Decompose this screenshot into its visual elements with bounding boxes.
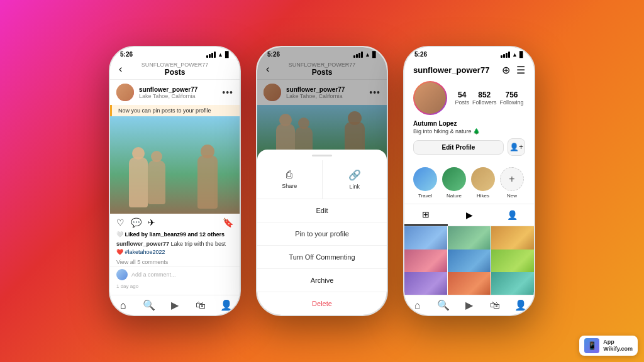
highlight-circle-nature bbox=[442, 167, 466, 191]
archive-menu-item[interactable]: Archive bbox=[257, 269, 387, 292]
highlight-nature[interactable]: Nature bbox=[442, 167, 466, 199]
three-dots-1[interactable]: ••• bbox=[222, 87, 233, 97]
signal-bar-3-4 bbox=[508, 52, 510, 58]
phone-1: 5:26 ▲ ▊ ‹ SUNFLOWER_POWER77 P bbox=[109, 46, 241, 316]
stat-followers[interactable]: 852 Followers bbox=[472, 90, 497, 106]
highlight-hikes[interactable]: Hikes bbox=[471, 167, 495, 199]
signal-bar-3-3 bbox=[506, 53, 508, 58]
status-bar-3: 5:26 ▲ ▊ bbox=[404, 47, 534, 59]
person-1 bbox=[129, 157, 148, 207]
share-action-label: Share bbox=[282, 183, 297, 189]
add-person-button[interactable]: 👤+ bbox=[508, 138, 525, 156]
watermark-line2: Wikify.com bbox=[603, 346, 633, 352]
battery-icon-1: ▊ bbox=[225, 52, 230, 58]
post-likes-1: 🤍 Liked by liam_beanz99 and 12 others bbox=[110, 231, 240, 239]
modal-sheet: ⎙ Share 🔗 Link Edit Pin to your profile … bbox=[257, 150, 387, 315]
signal-bars-1 bbox=[206, 52, 216, 58]
signal-bar-4 bbox=[214, 52, 216, 58]
signal-bar-3-1 bbox=[501, 55, 502, 58]
bottom-nav-1: ⌂ 🔍 ▶ 🛍 👤 bbox=[110, 295, 240, 315]
post-user-info-1: sunflower_power77 Lake Tahoe, California bbox=[139, 86, 217, 99]
back-button-1[interactable]: ‹ bbox=[119, 63, 122, 75]
post-location-1: Lake Tahoe, California bbox=[139, 93, 217, 99]
nav-home-1[interactable]: ⌂ bbox=[110, 299, 136, 311]
photo-grid bbox=[404, 226, 534, 295]
story-highlights: Travel Nature Hikes + New bbox=[404, 165, 534, 204]
profile-header-area: sunflower_power77 ⊕ ☰ 54 Posts bbox=[404, 59, 534, 165]
nav-title-1: SUNFLOWER_POWER77 Posts bbox=[142, 62, 209, 77]
post-header-1: sunflower_power77 Lake Tahoe, California… bbox=[110, 80, 240, 105]
profile-top-icons: ⊕ ☰ bbox=[502, 64, 525, 76]
phone-2: 5:26 ▲ ▊ ‹ SUNFLOWER_POWER77 P bbox=[256, 46, 388, 316]
comment-placeholder-1[interactable]: Add a comment... bbox=[131, 272, 176, 278]
followers-count: 852 bbox=[472, 90, 497, 99]
tab-tagged[interactable]: 👤 bbox=[491, 204, 534, 226]
tab-grid[interactable]: ⊞ bbox=[404, 204, 448, 226]
watermark-text: App Wikify.com bbox=[603, 339, 633, 353]
highlight-label-hikes: Hikes bbox=[477, 193, 489, 199]
modal-overlay: ⎙ Share 🔗 Link Edit Pin to your profile … bbox=[257, 47, 387, 315]
watermark-icon: 📱 bbox=[584, 338, 599, 353]
edit-profile-button[interactable]: Edit Profile bbox=[413, 140, 504, 155]
battery-icon-3: ▊ bbox=[519, 52, 524, 58]
following-label: Following bbox=[499, 99, 523, 106]
like-icon-1[interactable]: ♡ bbox=[116, 217, 125, 228]
likes-text-1: 🤍 Liked by liam_beanz99 and 12 others bbox=[116, 231, 225, 238]
status-icons-1: ▲ ▊ bbox=[206, 52, 230, 58]
nav-search-3[interactable]: 🔍 bbox=[430, 299, 456, 311]
stat-following[interactable]: 756 Following bbox=[499, 90, 523, 106]
wifi-icon-1: ▲ bbox=[218, 52, 223, 58]
highlight-travel[interactable]: Travel bbox=[413, 167, 437, 199]
delete-menu-item[interactable]: Delete bbox=[257, 292, 387, 315]
post-username-1[interactable]: sunflower_power77 bbox=[139, 86, 217, 93]
stat-posts: 54 Posts bbox=[455, 90, 469, 106]
highlight-circle-travel bbox=[413, 167, 437, 191]
highlight-circle-hikes bbox=[471, 167, 495, 191]
share-action-btn[interactable]: ⎙ Share bbox=[257, 160, 323, 199]
time-1: 5:26 bbox=[120, 51, 133, 58]
menu-icon[interactable]: ☰ bbox=[516, 64, 525, 76]
nav-shop-3[interactable]: 🛍 bbox=[482, 299, 508, 311]
comment-icon-1[interactable]: 💬 bbox=[131, 217, 142, 228]
bookmark-icon-1[interactable]: 🔖 bbox=[223, 217, 233, 228]
phone-3: 5:26 ▲ ▊ sunflower_power77 bbox=[403, 46, 535, 316]
tab-reels[interactable]: ▶ bbox=[448, 204, 491, 226]
nav-search-1[interactable]: 🔍 bbox=[136, 299, 162, 311]
add-comment-1: Add a comment... bbox=[110, 266, 240, 283]
highlight-circle-new: + bbox=[500, 167, 524, 191]
nav-page-1: Posts bbox=[142, 68, 209, 77]
turn-off-commenting-menu-item[interactable]: Turn Off Commenting bbox=[257, 246, 387, 269]
status-icons-3: ▲ ▊ bbox=[501, 52, 524, 58]
highlight-label-travel: Travel bbox=[418, 193, 432, 199]
grid-photo-9[interactable] bbox=[491, 272, 534, 295]
grid-photo-7[interactable] bbox=[404, 272, 447, 295]
edit-menu-item[interactable]: Edit bbox=[257, 199, 387, 222]
profile-edit-row: Edit Profile 👤+ bbox=[413, 138, 525, 156]
link-action-icon: 🔗 bbox=[348, 169, 361, 181]
signal-bar-2 bbox=[209, 54, 211, 58]
profile-avatar-inner bbox=[414, 82, 446, 114]
watermark-line1: App bbox=[603, 339, 614, 345]
comment-avatar-1 bbox=[116, 269, 128, 280]
add-post-icon[interactable]: ⊕ bbox=[502, 64, 510, 76]
grid-photo-8[interactable] bbox=[448, 272, 491, 295]
modal-handle bbox=[312, 155, 332, 156]
profile-top-row: sunflower_power77 ⊕ ☰ bbox=[413, 64, 525, 76]
highlight-new[interactable]: + New bbox=[500, 167, 524, 199]
nav-shop-1[interactable]: 🛍 bbox=[188, 299, 214, 311]
view-comments-1[interactable]: View all 5 comments bbox=[110, 258, 240, 266]
caption-user-1[interactable]: sunflower_power77 bbox=[116, 241, 169, 247]
nav-username-1: SUNFLOWER_POWER77 bbox=[142, 62, 209, 68]
nav-profile-1[interactable]: 👤 bbox=[214, 299, 240, 311]
highlight-label-new: New bbox=[507, 193, 517, 199]
hashtag-1[interactable]: #laketahoe2022 bbox=[125, 249, 165, 255]
nav-reels-3[interactable]: ▶ bbox=[456, 299, 482, 311]
nav-home-3[interactable]: ⌂ bbox=[404, 299, 430, 311]
nav-profile-3[interactable]: 👤 bbox=[508, 299, 534, 311]
pin-menu-item[interactable]: Pin to your profile bbox=[257, 222, 387, 246]
profile-stats-row: 54 Posts 852 Followers 756 Following bbox=[413, 81, 525, 115]
followers-label: Followers bbox=[472, 99, 497, 106]
nav-reels-1[interactable]: ▶ bbox=[162, 299, 187, 311]
link-action-btn[interactable]: 🔗 Link bbox=[323, 160, 387, 199]
share-icon-1[interactable]: ✈ bbox=[148, 217, 155, 228]
